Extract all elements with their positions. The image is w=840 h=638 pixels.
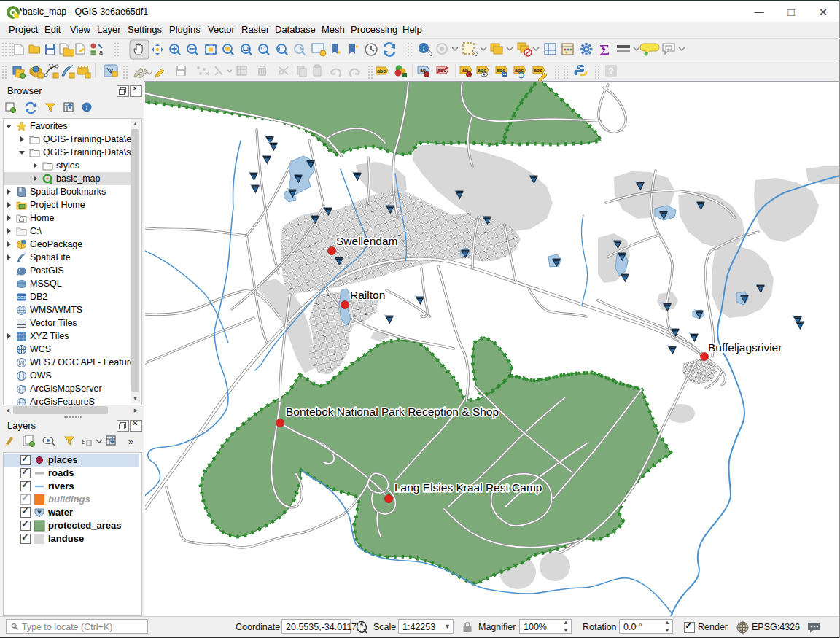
svg-text:abc: abc (478, 68, 486, 73)
svg-text:Railton: Railton (350, 289, 385, 301)
svg-text:i: i (423, 44, 425, 52)
svg-text:Swellendam: Swellendam (336, 235, 397, 247)
svg-text:i: i (86, 104, 88, 112)
svg-text:a: a (99, 49, 103, 56)
svg-text:?: ? (609, 66, 614, 75)
svg-text:abc: abc (377, 69, 386, 74)
svg-text:Σ: Σ (599, 42, 610, 59)
svg-text:1:1: 1:1 (260, 47, 267, 51)
svg-text:abc: abc (497, 68, 505, 73)
svg-text:DB2: DB2 (18, 295, 26, 300)
svg-text:Lang Elsies Kraal Rest Camp: Lang Elsies Kraal Rest Camp (394, 481, 542, 494)
svg-text:T: T (667, 46, 669, 50)
svg-text:abc: abc (534, 68, 542, 73)
svg-text:Bontebok National Park Recepti: Bontebok National Park Reception & Shop (286, 405, 499, 418)
svg-text:ε: ε (82, 436, 85, 446)
svg-text:V: V (49, 63, 53, 70)
svg-text:W: W (19, 360, 24, 365)
svg-text:Buffeljagsrivier: Buffeljagsrivier (708, 341, 782, 354)
svg-text:»: » (128, 436, 133, 447)
